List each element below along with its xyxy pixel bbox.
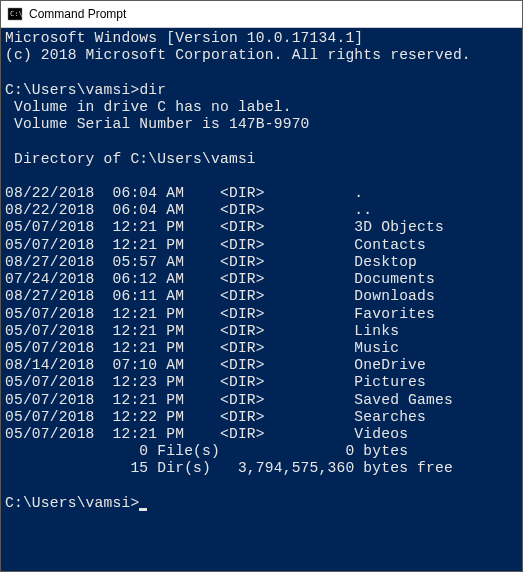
dir-entries: 08/22/2018 06:04 AM <DIR> . 08/22/2018 0… xyxy=(5,185,453,442)
summary-files: 0 File(s) 0 bytes xyxy=(5,443,408,459)
command-prompt-window: C:\ Command Prompt Microsoft Windows [Ve… xyxy=(0,0,523,572)
terminal-output[interactable]: Microsoft Windows [Version 10.0.17134.1]… xyxy=(1,28,522,571)
cmd-icon: C:\ xyxy=(7,6,23,22)
prompt: C:\Users\vamsi> xyxy=(5,82,139,98)
volume-serial: Volume Serial Number is 147B-9970 xyxy=(5,116,310,132)
cursor xyxy=(139,508,147,511)
header-line: Microsoft Windows [Version 10.0.17134.1] xyxy=(5,30,363,46)
directory-of: Directory of C:\Users\vamsi xyxy=(5,151,256,167)
summary-dirs: 15 Dir(s) 3,794,575,360 bytes free xyxy=(5,460,453,476)
copyright-line: (c) 2018 Microsoft Corporation. All righ… xyxy=(5,47,471,63)
titlebar[interactable]: C:\ Command Prompt xyxy=(1,1,522,28)
svg-text:C:\: C:\ xyxy=(10,10,23,18)
window-title: Command Prompt xyxy=(29,7,126,21)
command: dir xyxy=(139,82,166,98)
prompt: C:\Users\vamsi> xyxy=(5,495,139,511)
volume-label: Volume in drive C has no label. xyxy=(5,99,292,115)
